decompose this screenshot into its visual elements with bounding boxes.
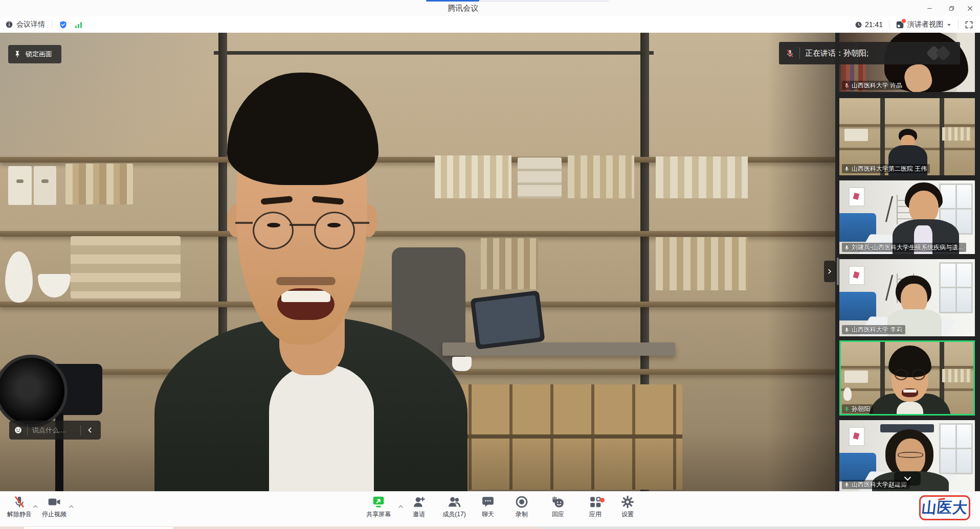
window-title: 腾讯会议 xyxy=(448,4,478,13)
mic-muted-icon xyxy=(844,83,850,88)
tencent-meeting-window: 腾讯会议 会议详情 21:41 演讲者视图 xyxy=(0,0,980,529)
notification-handle-track xyxy=(479,1,609,2)
meeting-time: 21:41 xyxy=(865,20,883,29)
divider xyxy=(27,425,28,435)
participant-tile[interactable]: 孙朝阳 xyxy=(839,340,975,416)
mic-muted-icon xyxy=(13,495,26,509)
watermark-logo-icon xyxy=(927,46,953,60)
pin-icon xyxy=(13,50,21,58)
invite-icon xyxy=(412,495,426,509)
view-mode-label: 演讲者视图 xyxy=(907,20,943,29)
notification-handle[interactable] xyxy=(426,0,479,2)
main-video-feed xyxy=(0,33,835,491)
participant-tile[interactable]: 山西医科大学 李莉 xyxy=(839,259,975,336)
mic-on-icon xyxy=(844,245,850,250)
participant-tile[interactable]: 山西医科大学第二医院 王伟 xyxy=(839,98,975,175)
apps-badge xyxy=(600,498,605,502)
divider xyxy=(799,48,800,59)
clock-icon xyxy=(855,21,862,29)
fullscreen-button[interactable] xyxy=(965,20,973,29)
titlebar: 腾讯会议 xyxy=(0,0,980,17)
camera-icon xyxy=(48,495,61,509)
gear-icon xyxy=(621,495,634,509)
muted-mic-icon xyxy=(786,49,794,58)
quick-chat-bar xyxy=(9,421,101,440)
participant-name-label: 刘建兵-山西医科大学生殖系统疾病与遗... xyxy=(842,243,966,252)
top-toolbar: 会议详情 21:41 演讲者视图 xyxy=(0,16,980,33)
chevron-right-icon xyxy=(827,268,833,274)
members-icon xyxy=(448,495,461,509)
participant-name-label: 山西医科大学 许晶 xyxy=(842,81,905,90)
divider xyxy=(958,20,959,29)
tablet xyxy=(470,290,545,350)
emoji-button[interactable] xyxy=(14,426,23,434)
meeting-details-button[interactable]: 会议详情 xyxy=(5,20,45,29)
chat-bubble-icon xyxy=(481,495,495,509)
pin-view-button[interactable]: 锁定画面 xyxy=(8,45,61,63)
collapse-chat-icon[interactable] xyxy=(86,427,93,433)
divider xyxy=(889,20,889,29)
scroll-participants-button[interactable] xyxy=(894,472,921,486)
restore-button[interactable] xyxy=(943,2,960,15)
share-screen-icon xyxy=(372,495,385,509)
mic-on-icon xyxy=(844,166,850,172)
pin-label: 锁定画面 xyxy=(26,50,52,59)
network-signal-icon[interactable] xyxy=(74,20,83,29)
view-mode-button[interactable]: 演讲者视图 xyxy=(896,20,952,29)
video-options-caret[interactable] xyxy=(68,503,75,510)
sidebar-scrollbar[interactable] xyxy=(837,258,839,285)
apps-grid-icon xyxy=(589,495,602,509)
settings-button[interactable]: 设置 xyxy=(606,495,650,519)
minimize-button[interactable] xyxy=(921,2,938,15)
divider xyxy=(80,425,81,435)
share-screen-button[interactable]: 共享屏幕 xyxy=(357,495,400,519)
participant-tile[interactable]: 刘建兵-山西医科大学生殖系统疾病与遗... xyxy=(839,180,975,254)
sidebar-collapse-button[interactable] xyxy=(824,261,835,282)
close-button[interactable] xyxy=(961,2,978,15)
mic-on-icon xyxy=(844,327,850,333)
bottom-toolbar: 解除静音 停止视频 共享屏幕 邀请 成员(17) 聊天 录制 xyxy=(0,491,980,527)
record-icon xyxy=(515,495,528,509)
meeting-details-label: 会议详情 xyxy=(16,20,45,29)
security-shield-icon[interactable] xyxy=(59,20,68,29)
participant-name-label: 山西医科大学 李莉 xyxy=(842,325,905,334)
vase xyxy=(5,251,33,303)
chevron-down-icon xyxy=(903,474,912,483)
storage-box xyxy=(8,166,32,205)
speaking-text: 正在讲话：孙朝阳; xyxy=(805,49,868,58)
divider xyxy=(52,20,52,29)
chat-input[interactable] xyxy=(31,426,80,434)
active-speaker-banner: 正在讲话：孙朝阳; xyxy=(779,42,960,64)
os-taskbar-edge xyxy=(0,526,980,529)
speaking-border xyxy=(839,340,975,416)
meeting-timer: 21:41 xyxy=(855,20,883,29)
participants-sidebar: 山西医科大学 许晶 山西医科大学第二医院 王伟 刘建兵-山西医科大学生殖系统疾病… xyxy=(835,33,980,491)
glasses xyxy=(253,212,294,249)
participant-name-label: 山西医科大学第二医院 王伟 xyxy=(842,164,930,173)
university-logo: 山医大 xyxy=(919,495,970,520)
chevron-down-icon xyxy=(946,22,952,28)
info-icon xyxy=(5,20,13,29)
reaction-smiley-icon xyxy=(551,495,565,509)
notification-dot xyxy=(901,18,906,24)
mic-on-icon xyxy=(844,482,850,488)
